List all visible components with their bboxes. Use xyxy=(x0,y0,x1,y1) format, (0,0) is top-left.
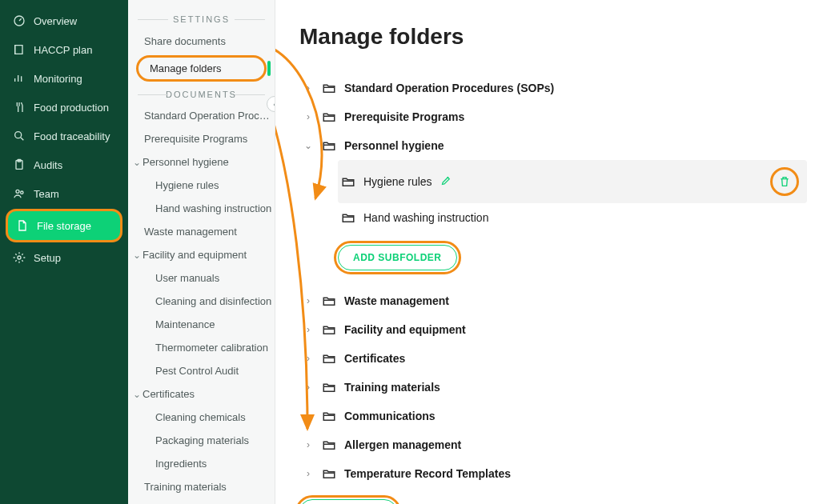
chevron-right-icon[interactable]: › xyxy=(303,353,314,364)
subfolder-label[interactable]: Hygiene rules xyxy=(363,175,432,188)
chevron-right-icon[interactable]: › xyxy=(303,468,314,479)
fork-icon xyxy=(13,101,26,114)
folder-row[interactable]: ›Prerequisite Programs xyxy=(299,102,807,131)
chevron-right-icon[interactable]: › xyxy=(303,324,314,335)
chevron-right-icon[interactable]: › xyxy=(303,111,314,122)
svg-point-1 xyxy=(15,132,22,138)
folder-icon xyxy=(341,210,355,225)
folder-tree: ›Standard Operation Procedures (SOPs)›Pr… xyxy=(299,74,807,488)
chevron-right-icon[interactable]: › xyxy=(303,439,314,450)
folder-icon xyxy=(322,110,336,124)
folder-row[interactable]: ›Standard Operation Procedures (SOPs) xyxy=(299,74,807,102)
doc-link[interactable]: Packaging materials xyxy=(128,429,275,452)
page-title: Manage folders xyxy=(299,24,807,50)
folder-row[interactable]: ›Training materials xyxy=(299,373,807,402)
manage-folders-label: Manage folders xyxy=(150,62,222,74)
active-indicator xyxy=(267,61,271,76)
gauge-icon xyxy=(13,14,26,27)
folder-row[interactable]: ›Communications xyxy=(299,402,807,430)
doc-link[interactable]: User manuals xyxy=(128,266,275,290)
folder-label[interactable]: Training materials xyxy=(344,381,440,394)
doc-link[interactable]: Maintenance xyxy=(128,313,275,336)
nav-item-haccp-plan[interactable]: HACCP plan xyxy=(0,35,128,64)
add-folder-button[interactable]: ADD FOLDER xyxy=(299,499,397,504)
settings-panel: SETTINGS Share documents Manage folders … xyxy=(128,0,275,504)
folder-label[interactable]: Waste management xyxy=(344,294,449,307)
nav-item-monitoring[interactable]: Monitoring xyxy=(0,64,128,93)
nav-label: Team xyxy=(34,188,59,200)
folder-row[interactable]: ›Temperature Record Templates xyxy=(299,459,807,488)
folder-icon xyxy=(322,322,336,337)
folder-icon xyxy=(322,138,336,153)
doc-link[interactable]: Training materials xyxy=(128,475,275,498)
folder-label[interactable]: Communications xyxy=(344,410,436,422)
folder-label[interactable]: Allergen management xyxy=(344,438,461,451)
folder-label[interactable]: Standard Operation Procedures (SOPs) xyxy=(344,82,554,94)
book-icon xyxy=(13,43,26,56)
doc-link[interactable]: Ingredients xyxy=(128,452,275,475)
folder-icon xyxy=(322,466,336,481)
folder-label[interactable]: Personnel hygiene xyxy=(344,139,444,152)
nav-item-file-storage[interactable]: File storage xyxy=(8,211,120,240)
gear-icon xyxy=(13,251,26,264)
folder-row[interactable]: ›Facility and equipment xyxy=(299,315,807,344)
doc-link[interactable]: Prerequisite Programs xyxy=(128,127,275,150)
nav-item-food-traceability[interactable]: Food traceability xyxy=(0,122,128,150)
folder-label[interactable]: Temperature Record Templates xyxy=(344,467,511,480)
file-icon xyxy=(16,219,29,232)
folder-label[interactable]: Prerequisite Programs xyxy=(344,110,464,123)
doc-link[interactable]: Hand washing instruction xyxy=(128,197,275,220)
doc-link[interactable]: Communications xyxy=(128,498,275,504)
doc-link[interactable]: Certificates xyxy=(128,382,275,406)
nav-label: Food production xyxy=(34,102,109,114)
nav-item-team[interactable]: Team xyxy=(0,179,128,208)
chevron-right-icon[interactable]: › xyxy=(303,82,314,94)
subfolder-row[interactable]: Hand washing instruction xyxy=(338,203,807,232)
nav-label: Monitoring xyxy=(34,73,82,85)
svg-point-6 xyxy=(18,256,21,259)
folder-row[interactable]: ⌄Personnel hygiene xyxy=(299,131,807,160)
subfolder-label[interactable]: Hand washing instruction xyxy=(363,211,488,224)
doc-link[interactable]: Personnel hygiene xyxy=(128,150,275,174)
nav-item-audits[interactable]: Audits xyxy=(0,150,128,179)
nav-label: Food traceability xyxy=(34,130,110,142)
folder-icon xyxy=(322,351,336,366)
add-subfolder-button[interactable]: ADD SUBFOLDER xyxy=(338,245,457,270)
subfolder-row[interactable]: Hygiene rules xyxy=(338,160,807,203)
doc-link[interactable]: Pest Control Audit xyxy=(128,359,275,382)
doc-link[interactable]: Waste management xyxy=(128,220,275,243)
chevron-right-icon[interactable]: › xyxy=(303,295,314,306)
clipboard-icon xyxy=(13,158,26,171)
nav-item-overview[interactable]: Overview xyxy=(0,6,128,35)
documents-list: Standard Operation Procedures...Prerequi… xyxy=(128,104,275,504)
edit-icon[interactable] xyxy=(440,174,452,189)
nav-item-setup[interactable]: Setup xyxy=(0,243,128,272)
link-manage-folders[interactable]: Manage folders xyxy=(136,55,267,82)
folder-icon xyxy=(341,174,355,189)
chevron-down-icon[interactable]: ⌄ xyxy=(303,140,314,151)
primary-nav: OverviewHACCP planMonitoringFood product… xyxy=(0,0,128,504)
link-share-documents[interactable]: Share documents xyxy=(128,29,275,54)
doc-link[interactable]: Thermometer calibration xyxy=(128,336,275,359)
folder-label[interactable]: Certificates xyxy=(344,352,405,365)
nav-label: Overview xyxy=(34,15,77,27)
doc-link[interactable]: Standard Operation Procedures... xyxy=(128,104,275,127)
folder-row[interactable]: ›Waste management xyxy=(299,286,807,315)
doc-link[interactable]: Cleaning and disinfection xyxy=(128,290,275,313)
doc-link[interactable]: Hygiene rules xyxy=(128,174,275,197)
delete-button[interactable] xyxy=(770,167,799,196)
nav-label: File storage xyxy=(37,220,91,232)
nav-label: Audits xyxy=(34,159,62,171)
doc-link[interactable]: Facility and equipment xyxy=(128,243,275,266)
folder-row[interactable]: ›Allergen management xyxy=(299,430,807,459)
chevron-right-icon[interactable]: › xyxy=(303,410,314,422)
folder-label[interactable]: Facility and equipment xyxy=(344,323,466,336)
doc-link[interactable]: Cleaning chemicals xyxy=(128,406,275,429)
chevron-right-icon[interactable]: › xyxy=(303,382,314,393)
bars-icon xyxy=(13,72,26,85)
folder-icon xyxy=(322,380,336,394)
folder-icon xyxy=(322,81,336,95)
folder-row[interactable]: ›Certificates xyxy=(299,344,807,373)
folder-icon xyxy=(322,438,336,452)
nav-item-food-production[interactable]: Food production xyxy=(0,93,128,122)
